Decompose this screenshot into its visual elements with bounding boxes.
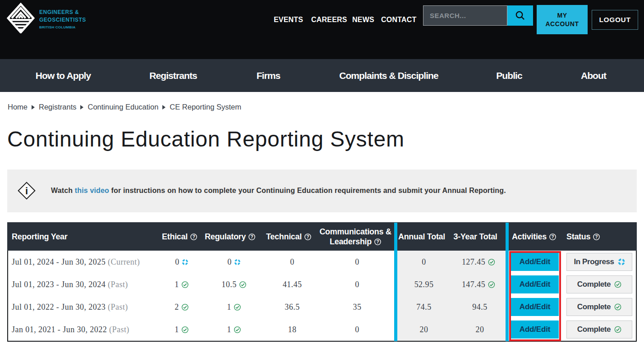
- svg-text:?: ?: [595, 234, 598, 239]
- svg-text:?: ?: [377, 239, 379, 244]
- svg-text:?: ?: [307, 234, 309, 239]
- svg-text:?: ?: [193, 234, 195, 239]
- svg-text:?: ?: [251, 234, 253, 239]
- svg-text:?: ?: [552, 234, 554, 239]
